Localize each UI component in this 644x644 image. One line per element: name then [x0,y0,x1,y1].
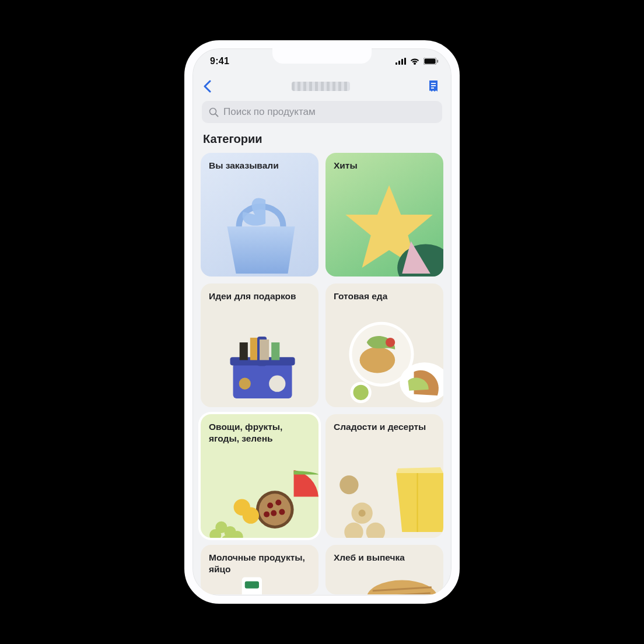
back-button[interactable] [198,78,216,95]
svg-point-29 [353,385,368,400]
svg-line-11 [215,114,218,116]
svg-point-23 [239,378,251,390]
svg-rect-19 [250,338,257,360]
status-time: 9:41 [210,56,229,66]
category-card-sweets[interactable]: Сладости и десерты [326,414,443,538]
notch [272,48,372,64]
wifi-icon [410,58,420,65]
svg-point-48 [366,523,385,538]
star-icon [326,153,443,276]
search-icon [209,107,219,117]
svg-point-39 [243,508,259,524]
receipt-button[interactable] [426,79,441,94]
cellular-icon [396,58,406,65]
svg-rect-2 [401,59,403,65]
svg-rect-9 [431,88,434,89]
category-label: Идеи для подарков [209,290,310,302]
category-label: Вы заказывали [209,160,310,171]
svg-point-26 [360,347,396,373]
svg-rect-6 [437,60,438,63]
svg-rect-20 [260,340,269,360]
svg-point-37 [264,512,270,517]
category-grid: Вы заказывали Хиты Идеи для подарков [192,153,452,604]
svg-point-33 [267,503,273,509]
gift-basket-icon [201,284,318,407]
category-label: Овощи, фрукты, ягоды, зелень [209,421,310,444]
category-card-produce[interactable]: Овощи, фрукты, ягоды, зелень [201,414,318,538]
svg-rect-7 [431,83,436,84]
battery-icon [424,58,439,65]
meal-plate-icon [326,284,443,407]
category-label: Хлеб и выпечка [334,552,435,563]
section-title: Категории [192,129,452,153]
svg-rect-5 [425,59,436,64]
svg-rect-51 [245,582,259,589]
receipt-icon [428,80,439,93]
svg-point-27 [386,338,395,347]
category-card-ordered[interactable]: Вы заказывали [201,153,318,276]
svg-point-36 [279,509,285,515]
desserts-icon [326,414,443,538]
svg-point-22 [269,376,285,392]
search-input[interactable]: Поиск по продуктам [202,101,442,123]
category-card-hits[interactable]: Хиты [326,153,443,276]
category-label: Молочные продукты, яйцо [209,552,310,575]
svg-rect-1 [398,61,400,65]
category-card-dairy[interactable]: Молочные продукты, яйцо [201,545,318,594]
svg-point-32 [259,494,291,526]
category-card-bread[interactable]: Хлеб и выпечка [326,545,443,594]
category-card-gifts[interactable]: Идеи для подарков [201,284,318,407]
category-card-ready[interactable]: Готовая еда [326,284,443,407]
status-indicators [396,58,439,65]
chevron-left-icon [203,80,211,93]
category-label: Сладости и десерты [334,421,435,432]
svg-point-35 [271,510,276,516]
svg-point-49 [340,475,358,494]
navbar [192,74,452,99]
svg-point-34 [275,500,281,506]
svg-rect-3 [404,58,406,65]
phone-frame: 9:41 Поиск по продуктам Категории Вы [184,40,460,604]
svg-rect-8 [431,85,436,86]
category-label: Готовая еда [334,290,435,302]
svg-rect-18 [240,342,248,360]
navbar-title-blurred [292,82,350,91]
svg-point-47 [344,523,363,538]
svg-rect-21 [271,342,279,360]
category-label: Хиты [334,160,435,171]
search-placeholder: Поиск по продуктам [223,106,316,118]
svg-point-46 [359,510,366,517]
basket-icon [201,153,318,276]
svg-rect-0 [396,62,397,65]
